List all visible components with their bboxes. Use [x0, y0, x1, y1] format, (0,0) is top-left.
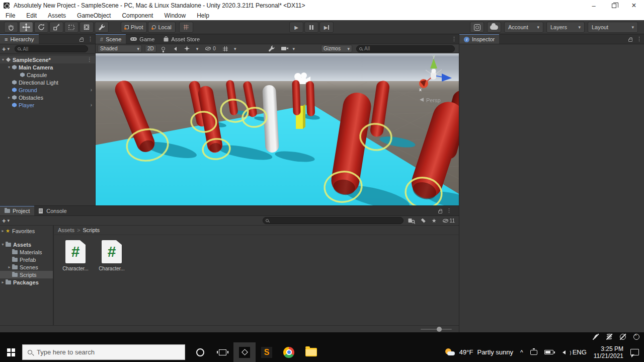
gizmos-dropdown[interactable]: Gizmos▾ [321, 45, 352, 52]
transform-tool-button[interactable] [79, 22, 94, 33]
menu-component[interactable]: Component [116, 11, 158, 20]
scene-search-field[interactable] [356, 45, 455, 52]
hierarchy-search-input[interactable] [23, 46, 85, 52]
kebab-menu-icon[interactable]: ⋮ [88, 36, 93, 42]
tray-expand-chevron[interactable]: ^ [520, 349, 523, 356]
inspector-tab[interactable]: iInspector [459, 34, 499, 44]
menu-gameobject[interactable]: GameObject [71, 11, 116, 20]
project-search-input[interactable] [271, 218, 400, 224]
menu-edit[interactable]: Edit [21, 11, 42, 20]
project-search-field[interactable] [263, 217, 404, 224]
menu-help[interactable]: Help [191, 11, 215, 20]
start-button[interactable] [0, 342, 22, 362]
ink-workspace-tray-icon[interactable] [592, 333, 599, 340]
weather-widget[interactable]: 49°F Partly sunny [445, 348, 513, 356]
local-toggle-button[interactable]: Local [148, 22, 175, 33]
layers-dropdown[interactable]: Layers▾ [546, 22, 585, 33]
close-button[interactable]: × [624, 0, 644, 11]
breadcrumb-root[interactable]: Assets [58, 227, 74, 233]
kebab-menu-icon[interactable]: ⋮ [87, 57, 92, 62]
taskbar-app-chrome[interactable] [278, 342, 300, 362]
hierarchy-item-scene[interactable]: ▾ SampleScene* ⋮ [0, 56, 95, 63]
icon-size-slider[interactable] [421, 329, 452, 330]
custom-tool-button[interactable] [95, 22, 109, 33]
hierarchy-item-main-camera[interactable]: ▾ Main Camera [0, 63, 95, 71]
lock-icon[interactable] [628, 39, 632, 42]
scene-camera-dropdown[interactable]: ▾ [279, 45, 297, 52]
grid-snapping-button[interactable] [179, 22, 193, 33]
foldout-icon[interactable]: ▾ [6, 65, 12, 69]
hierarchy-item-directional-light[interactable]: Directional Light [0, 79, 95, 86]
pause-button[interactable] [304, 22, 318, 33]
foldout-icon[interactable]: ▸ [7, 265, 12, 269]
collab-button[interactable] [470, 22, 484, 33]
tablet-mode-icon[interactable] [530, 350, 537, 355]
step-button[interactable]: ▶ [319, 22, 334, 33]
hierarchy-item-ground[interactable]: Ground › [0, 86, 95, 94]
foldout-icon[interactable]: ▾ [0, 57, 6, 62]
hierarchy-item-player[interactable]: Player › [0, 101, 95, 109]
hierarchy-item-obstacles[interactable]: ▸ Obstacles [0, 94, 95, 101]
audio-toggle-button[interactable] [170, 45, 179, 52]
scene-3d-canvas[interactable]: y x Persp [96, 53, 459, 205]
hierarchy-item-capsule[interactable]: Capsule [0, 71, 95, 79]
scene-visibility-button[interactable]: 0 [203, 45, 218, 52]
asset-item-script-1[interactable]: # Character... [63, 240, 88, 271]
taskbar-app-explorer[interactable] [300, 342, 322, 362]
account-dropdown[interactable]: Account▾ [504, 22, 543, 33]
menu-window[interactable]: Window [158, 11, 191, 20]
prefab-open-arrow[interactable]: › [91, 102, 92, 108]
foldout-icon[interactable]: ▸ [0, 280, 6, 284]
play-button[interactable]: ▶ [289, 22, 303, 33]
tab-console[interactable]: Console [34, 206, 71, 215]
kebab-menu-icon[interactable]: ⋮ [446, 207, 452, 214]
tab-game[interactable]: Game [126, 34, 159, 44]
taskbar-app-unity[interactable] [233, 342, 256, 362]
tree-item-packages[interactable]: ▸Packages [0, 278, 53, 286]
tree-item-scripts[interactable]: Scripts [0, 271, 53, 278]
effects-dropdown[interactable]: ▾ [182, 45, 201, 52]
tab-asset-store[interactable]: Asset Store [159, 34, 204, 44]
cortana-button[interactable] [189, 342, 211, 362]
cloud-button[interactable] [487, 22, 501, 33]
taskbar-search-box[interactable] [22, 344, 185, 360]
label-tag-icon[interactable] [421, 219, 426, 223]
hand-tool-button[interactable] [4, 22, 18, 33]
foldout-icon[interactable]: ▸ [0, 229, 6, 233]
pivot-toggle-button[interactable]: Pivot [121, 22, 147, 33]
storage-tray-icon[interactable] [606, 333, 613, 340]
move-tool-button[interactable] [19, 22, 33, 33]
lock-icon[interactable] [438, 210, 442, 213]
rotate-tool-button[interactable] [34, 22, 48, 33]
touch-tray-icon[interactable] [619, 333, 626, 340]
kebab-menu-icon[interactable]: ⋮ [451, 36, 457, 42]
hierarchy-add-button[interactable]: +▾ [2, 45, 10, 53]
tree-item-materials[interactable]: Materials [0, 248, 53, 256]
maximize-button[interactable] [604, 0, 624, 11]
breadcrumb-current[interactable]: Scripts [83, 227, 100, 233]
tree-item-scenes[interactable]: ▸Scenes [0, 263, 53, 271]
minimize-button[interactable]: – [584, 0, 604, 11]
prefab-open-arrow[interactable]: › [91, 87, 92, 93]
project-add-button[interactable]: +▾ [2, 217, 10, 225]
lighting-toggle-button[interactable] [159, 45, 167, 52]
taskbar-app-sublime[interactable]: S [256, 342, 278, 362]
layout-dropdown[interactable]: Layout▾ [588, 22, 638, 33]
battery-icon[interactable] [544, 350, 553, 354]
volume-icon[interactable] [560, 350, 566, 354]
tab-scene[interactable]: #Scene [96, 34, 126, 44]
asset-item-script-2[interactable]: # Character... [99, 240, 124, 271]
tree-item-prefab[interactable]: Prefab [0, 256, 53, 263]
taskbar-clock[interactable]: 3:25 PM 11/21/2021 [594, 345, 623, 359]
editor-tools-icon[interactable] [268, 45, 275, 52]
shading-mode-dropdown[interactable]: Shaded▾ [98, 45, 142, 52]
action-center-icon[interactable] [630, 349, 639, 355]
foldout-icon[interactable]: ▸ [6, 95, 12, 100]
foldout-icon[interactable]: ▾ [0, 242, 6, 247]
security-check-tray-icon[interactable]: ^ [633, 333, 640, 340]
grid-visibility-dropdown[interactable]: ▾ [221, 45, 238, 52]
kebab-menu-icon[interactable]: ⋮ [636, 36, 642, 42]
menu-assets[interactable]: Assets [42, 11, 71, 20]
tab-project[interactable]: Project [0, 206, 34, 215]
scene-search-input[interactable] [364, 46, 452, 51]
